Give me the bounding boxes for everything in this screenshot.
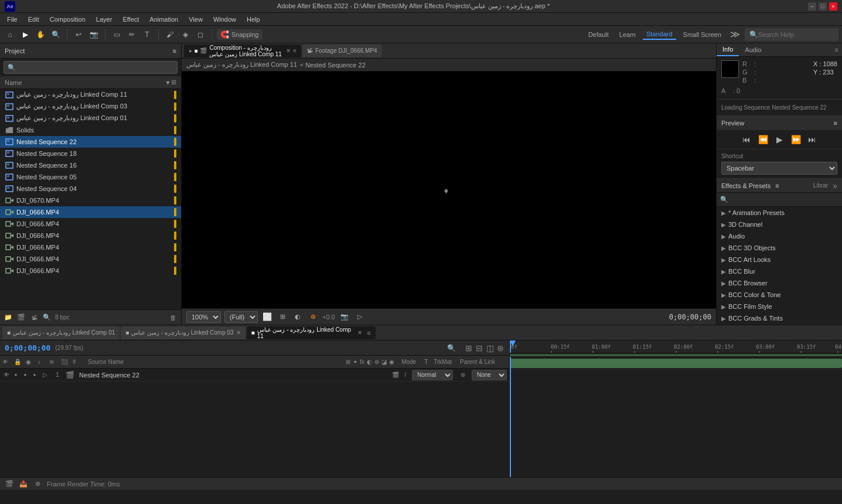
tl-tab11-close[interactable]: ✕ [357, 329, 362, 336]
info-panel-menu[interactable]: ≡ [831, 44, 842, 56]
search-help-box[interactable]: 🔍 [745, 28, 838, 41]
region-of-interest-btn[interactable]: ⬜ [261, 311, 273, 323]
rotate-btn[interactable]: ↩ [72, 28, 85, 41]
project-list-item[interactable]: Nested Sequence 18 [0, 148, 181, 159]
zoom-btn[interactable]: 🔍 [49, 28, 62, 41]
render-queue-icon[interactable]: 🎬 [5, 479, 14, 489]
minimize-button[interactable]: – [808, 2, 816, 11]
project-list-item[interactable]: DJI_0666.MP4 [0, 241, 181, 253]
project-search-box[interactable]: 🔍 [4, 61, 178, 74]
color-correction-btn[interactable]: ⊛ [307, 311, 319, 323]
info-tab-audio[interactable]: Audio [739, 44, 767, 56]
effects-list-item[interactable]: ▶BCC Film Style [717, 301, 842, 312]
delete-btn[interactable]: 🗑 [168, 313, 178, 322]
new-footage-btn[interactable]: 📽 [29, 313, 39, 322]
hand-btn[interactable]: ✋ [34, 28, 47, 41]
project-search-input[interactable] [18, 64, 173, 71]
project-list-item[interactable]: DJI_0666.MP4 [0, 218, 181, 230]
preview-menu-icon[interactable]: ≡ [834, 120, 837, 127]
eraser-btn[interactable]: ◻ [194, 28, 207, 41]
menu-edit[interactable]: Edit [23, 15, 44, 24]
snapping-toggle[interactable]: 🧲 Snapping [217, 29, 263, 40]
tl-tab11-menu[interactable]: ≡ [367, 329, 370, 336]
first-frame-btn[interactable]: ⏮ [741, 134, 752, 145]
tl-parent-select[interactable]: None [472, 370, 507, 380]
effects-list-item[interactable]: ▶BCC Color & Tone [717, 289, 842, 301]
project-list-item[interactable]: DJI_0670.MP4 [0, 195, 181, 206]
project-list-item[interactable]: Nested Sequence 16 [0, 159, 181, 171]
close-button[interactable]: × [829, 2, 837, 11]
tl-tab-comp01[interactable]: ■ رودبارچره - زمین عباس Linked Comp 01 [2, 326, 120, 339]
effects-list-item[interactable]: ▶3D Channel [717, 219, 842, 230]
effects-search-box[interactable]: 🔍 [717, 193, 842, 207]
tl-ctrl-4[interactable]: ⊛ [496, 344, 504, 352]
project-list-item[interactable]: رودبارچره - زمین عباس Linked Comp 11 [0, 89, 181, 101]
viewer-tab-menu-icon[interactable]: ≡ [293, 47, 296, 54]
menu-composition[interactable]: Composition [45, 15, 90, 24]
tl-ctrl-2[interactable]: ⊟ [475, 344, 483, 352]
breadcrumb-comp11[interactable]: رودبارچره - زمین عباس Linked Comp 11 [186, 61, 297, 69]
quality-select[interactable]: (Full) (Half) [224, 311, 258, 323]
menu-file[interactable]: File [2, 15, 22, 24]
project-list-item[interactable]: DJI_0666.MP4 [0, 253, 181, 265]
effects-list-item[interactable]: ▶BCC Grads & Tints [717, 312, 842, 324]
tl-lock-btn[interactable]: ● [30, 371, 39, 379]
tl-mode-select[interactable]: Normal [412, 370, 453, 380]
tracker-icon[interactable]: ⊕ [33, 479, 42, 489]
project-list-item[interactable]: Nested Sequence 04 [0, 183, 181, 195]
tl-audio-btn[interactable]: ● [12, 371, 20, 379]
play-btn[interactable]: ▶ [773, 134, 785, 145]
project-list-item[interactable]: DJI_0666.MP4 [0, 265, 181, 277]
effects-list-item[interactable]: ▶BCC Blur [717, 265, 842, 277]
zoom-select[interactable]: 100% 50% 200% [186, 311, 221, 323]
viewer-tab-close-btn[interactable]: ✕ [286, 47, 291, 55]
workspace-more-btn[interactable]: ≫ [728, 28, 741, 41]
breadcrumb-nested22[interactable]: Nested Sequence 22 [305, 62, 366, 69]
effects-list-item[interactable]: ▶BCC Art Looks [717, 254, 842, 265]
project-list-item[interactable]: Solids [0, 124, 181, 136]
effects-search-input[interactable] [731, 196, 838, 203]
tl-tab-comp03[interactable]: ■ رودبارچره - زمین عباس Linked Comp 03 ✕ [121, 326, 245, 339]
camera-btn[interactable]: 📷 [339, 311, 350, 323]
menu-view[interactable]: View [184, 15, 207, 24]
workspace-standard[interactable]: Standard [643, 29, 676, 40]
effects-list-item[interactable]: ▶Audio [717, 230, 842, 242]
stamp-btn[interactable]: ◈ [179, 28, 192, 41]
tl-nested-seq-bar[interactable] [510, 359, 842, 368]
alpha-btn[interactable]: ◐ [292, 311, 304, 323]
workspace-learn[interactable]: Learn [616, 30, 639, 39]
project-list-item[interactable]: DJI_0666.MP4 [0, 206, 181, 218]
project-sort-icon[interactable]: ▼ [165, 79, 171, 86]
menu-animation[interactable]: Animation [145, 15, 183, 24]
tl-ruler[interactable]: 0f 00:15f 01:00f 01:15f 02:00f 02:15f 03… [510, 340, 842, 353]
viewer-tab-footage[interactable]: 📽 Footage DJI_0666.MP4 [302, 45, 382, 57]
select-btn[interactable]: ▶ [19, 28, 32, 41]
brush-btn[interactable]: 🖌 [163, 28, 176, 41]
project-list-item[interactable]: Nested Sequence 22 [0, 136, 181, 148]
tl-visibility-btn[interactable]: 👁 [2, 371, 11, 379]
effects-menu-icon[interactable]: ≡ [775, 182, 779, 189]
next-frame-btn[interactable]: ⏩ [790, 134, 802, 145]
tl-ctrl-3[interactable]: ◫ [486, 344, 494, 352]
home-btn[interactable]: ⌂ [4, 28, 16, 41]
menu-effect[interactable]: Effect [118, 15, 144, 24]
maximize-button[interactable]: □ [819, 2, 827, 11]
project-menu-icon[interactable]: ≡ [173, 47, 176, 55]
info-tab-info[interactable]: Info [717, 43, 739, 56]
last-frame-btn[interactable]: ⏭ [806, 134, 818, 145]
snap-btn[interactable]: ⊞ [277, 311, 288, 323]
rect-btn[interactable]: ▭ [110, 28, 123, 41]
pen-btn[interactable]: ✏ [125, 28, 138, 41]
tl-ctrl-1[interactable]: ⊞ [465, 344, 473, 352]
project-list-item[interactable]: رودبارچره - زمین عباس Linked Comp 03 [0, 101, 181, 113]
shortcut-select[interactable]: Spacebar [721, 162, 837, 175]
effects-lib-tab[interactable]: Librar [813, 182, 829, 189]
effects-list-item[interactable]: ▶BCC Browser [717, 277, 842, 289]
project-list-item[interactable]: DJI_0666.MP4 [0, 230, 181, 241]
tl-tab03-close[interactable]: ✕ [236, 329, 241, 336]
menu-window[interactable]: Window [209, 15, 241, 24]
text-btn[interactable]: T [141, 28, 154, 41]
menu-help[interactable]: Help [242, 15, 265, 24]
menu-layer[interactable]: Layer [91, 15, 117, 24]
project-list-item[interactable]: Nested Sequence 05 [0, 171, 181, 183]
